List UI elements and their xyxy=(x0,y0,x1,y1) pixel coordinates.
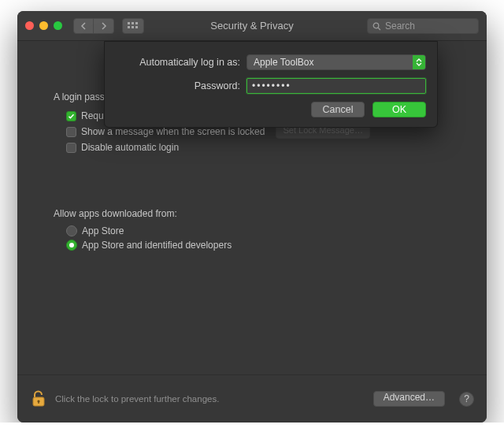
lock-open-icon xyxy=(32,390,46,408)
search-input[interactable]: Search xyxy=(367,18,479,34)
footer: Click the lock to prevent further change… xyxy=(17,374,487,423)
allow-apps-section: Allow apps downloaded from: App Store Ap… xyxy=(38,208,466,251)
ok-button[interactable]: OK xyxy=(372,102,426,117)
chevron-down-icon xyxy=(416,62,422,66)
advanced-button[interactable]: Advanced… xyxy=(373,391,445,407)
dialog-buttons: Cancel OK xyxy=(116,102,426,117)
disable-autologin-label: Disable automatic login xyxy=(81,142,179,153)
radio-unselected-icon xyxy=(66,225,77,236)
nav-back-forward xyxy=(73,18,114,34)
radio-appstore-dev-label: App Store and identified developers xyxy=(82,240,232,251)
lock-text: Click the lock to prevent further change… xyxy=(55,394,219,404)
svg-rect-2 xyxy=(135,22,138,24)
password-label: Password: xyxy=(116,80,240,91)
chevron-left-icon xyxy=(80,22,87,30)
autologin-user-row: Automatically log in as: Apple ToolBox xyxy=(116,54,426,70)
lock-button[interactable] xyxy=(30,389,47,409)
checkbox-checked-icon xyxy=(66,111,76,121)
svg-rect-9 xyxy=(38,401,39,404)
traffic-lights xyxy=(25,21,62,30)
back-button[interactable] xyxy=(73,18,94,34)
help-button[interactable]: ? xyxy=(459,392,474,407)
autologin-user-value: Apple ToolBox xyxy=(254,57,314,68)
chevron-right-icon xyxy=(101,22,107,30)
disable-autologin-checkbox-row[interactable]: Disable automatic login xyxy=(66,142,466,153)
svg-rect-0 xyxy=(128,22,130,24)
search-icon xyxy=(372,22,381,31)
grid-icon xyxy=(128,22,139,30)
radio-appstore-dev-row[interactable]: App Store and identified developers xyxy=(66,240,466,251)
search-placeholder: Search xyxy=(385,20,415,32)
autologin-dialog: Automatically log in as: Apple ToolBox P… xyxy=(104,41,438,128)
cancel-button[interactable]: Cancel xyxy=(311,102,365,117)
radio-selected-icon xyxy=(66,240,77,251)
password-row: Password: •••••••• xyxy=(116,78,426,94)
close-icon[interactable] xyxy=(25,21,34,30)
forward-button[interactable] xyxy=(94,18,114,34)
checkbox-empty-icon xyxy=(66,143,76,153)
allow-downloads-label: Allow apps downloaded from: xyxy=(54,208,466,219)
radio-appstore-label: App Store xyxy=(82,225,124,236)
checkbox-empty-icon xyxy=(66,127,76,137)
svg-rect-4 xyxy=(132,26,134,28)
svg-rect-3 xyxy=(128,26,130,28)
radio-appstore-row[interactable]: App Store xyxy=(66,225,466,236)
minimize-icon[interactable] xyxy=(39,21,48,30)
window-title: Security & Privacy xyxy=(210,20,293,32)
show-message-label: Show a message when the screen is locked xyxy=(81,126,265,137)
svg-rect-1 xyxy=(132,22,134,24)
svg-rect-5 xyxy=(135,26,138,28)
titlebar: Security & Privacy Search xyxy=(17,11,487,41)
svg-point-6 xyxy=(373,23,379,28)
autologin-label: Automatically log in as: xyxy=(116,57,240,68)
password-value: •••••••• xyxy=(252,80,291,91)
autologin-user-select[interactable]: Apple ToolBox xyxy=(246,54,426,70)
show-all-button[interactable] xyxy=(122,18,144,34)
zoom-icon[interactable] xyxy=(54,21,62,30)
password-field[interactable]: •••••••• xyxy=(246,78,426,94)
select-stepper-icon xyxy=(413,55,425,69)
prefpane-window: Security & Privacy Search A login passwo… xyxy=(17,11,487,423)
